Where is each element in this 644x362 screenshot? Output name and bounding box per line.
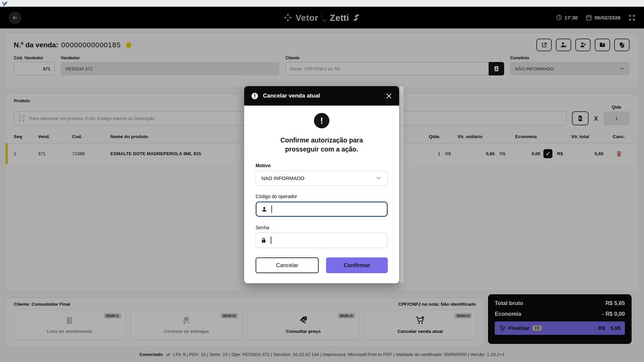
motivo-label: Motivo: [256, 163, 388, 168]
modal-body: Confirme autorização para prosseguir com…: [244, 106, 399, 283]
motivo-value: NAO INFORMADO: [261, 175, 304, 181]
browser-top-strip: [0, 0, 644, 7]
person-icon: [261, 206, 267, 212]
close-icon[interactable]: [385, 93, 392, 100]
senha-input[interactable]: [256, 233, 388, 248]
cancel-sale-modal: Cancelar venda atual Confirme autorizaçã…: [244, 86, 399, 283]
chevron-down-icon: [375, 175, 382, 181]
modal-title: Cancelar venda atual: [263, 93, 320, 99]
confirm-button[interactable]: Confirmar: [326, 257, 388, 273]
modal-scrollbar[interactable]: [399, 86, 404, 283]
cancel-button[interactable]: Cancelar: [256, 257, 319, 273]
v-check-logo: [2, 1, 8, 6]
motivo-select[interactable]: NAO INFORMADO: [256, 171, 388, 186]
confirm-message: Confirme autorização para prosseguir com…: [256, 136, 388, 154]
text-caret: [271, 205, 272, 213]
operador-label: Código do operador: [256, 194, 388, 199]
modal-header: Cancelar venda atual: [244, 86, 399, 106]
warning-exclamation-icon: [314, 113, 329, 128]
operador-input[interactable]: [256, 201, 388, 217]
alert-circle-icon: [251, 92, 259, 100]
text-caret: [271, 237, 271, 244]
senha-label: Senha: [256, 225, 388, 230]
lock-icon: [261, 237, 267, 243]
